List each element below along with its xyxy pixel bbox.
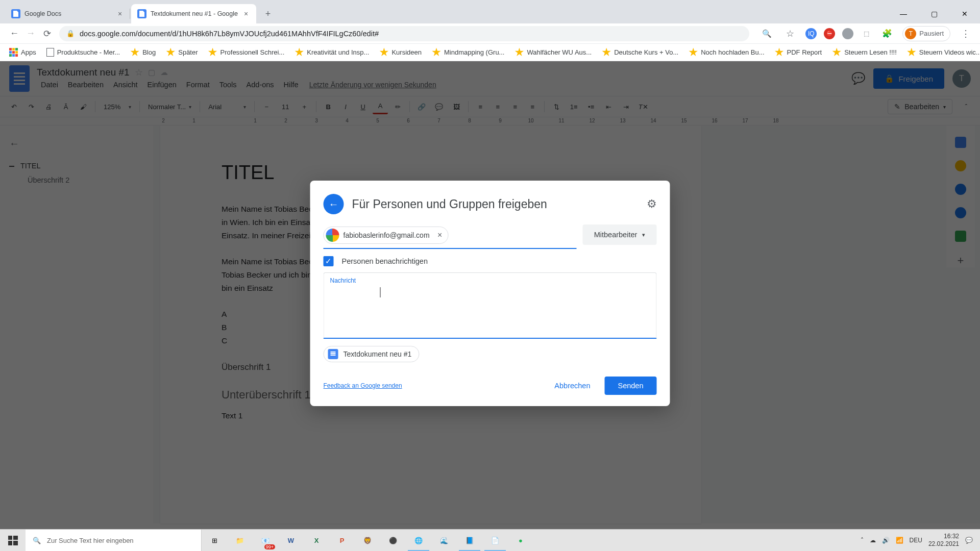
notify-label: Personen benachrichtigen	[342, 257, 428, 265]
chrome-menu-icon[interactable]: ⋮	[958, 26, 974, 42]
word-icon[interactable]: W	[278, 530, 304, 551]
close-window-button[interactable]: ✕	[949, 4, 980, 23]
folder-icon	[295, 48, 304, 57]
folder-icon	[514, 48, 524, 57]
profile-avatar: T	[905, 28, 916, 39]
back-button[interactable]: ←	[324, 194, 344, 214]
obs-icon[interactable]: ⚫	[380, 530, 406, 551]
browser-tab-0[interactable]: Google Docs ×	[5, 4, 130, 23]
apps-shortcut[interactable]: Apps	[5, 46, 40, 59]
folder-icon	[432, 48, 441, 57]
profile-label: Pausiert	[919, 30, 944, 37]
folder-icon	[166, 48, 175, 57]
folder-icon	[379, 48, 388, 57]
browser-tab-1[interactable]: Textdokument neu #1 - Google ×	[131, 4, 256, 23]
settings-gear-icon[interactable]: ⚙	[647, 197, 657, 211]
maximize-button[interactable]: ▢	[919, 4, 949, 23]
volume-icon[interactable]: 🔊	[882, 537, 890, 544]
message-label: Nachricht	[330, 277, 650, 284]
search-icon: 🔍	[33, 537, 41, 544]
folder-icon	[208, 48, 217, 57]
feedback-link[interactable]: Feedback an Google senden	[324, 382, 402, 389]
spotify-icon[interactable]: ●	[508, 530, 533, 551]
page-icon	[46, 48, 54, 57]
start-button[interactable]	[0, 530, 26, 551]
forward-button[interactable]: →	[22, 26, 39, 42]
permission-role-select[interactable]: Mitbearbeiter	[583, 224, 657, 245]
brave-icon[interactable]: 🦁	[355, 530, 380, 551]
mail-icon[interactable]: 📧99+	[253, 530, 278, 551]
folder-icon	[907, 48, 916, 57]
message-textarea[interactable]	[330, 284, 650, 333]
send-button[interactable]: Senden	[605, 377, 657, 395]
tray-chevron-icon[interactable]: ˄	[861, 537, 864, 544]
extension-icon[interactable]: IQ	[805, 28, 817, 39]
message-field[interactable]: Nachricht	[324, 272, 657, 339]
close-tab-icon[interactable]: ×	[116, 10, 124, 18]
notify-checkbox[interactable]: ✓	[324, 256, 334, 266]
cloud-icon[interactable]: ☁	[870, 537, 876, 544]
attachment-name: Textdokument neu #1	[344, 350, 412, 358]
browser-tab-strip: Google Docs × Textdokument neu #1 - Goog…	[0, 0, 980, 23]
recipient-email: fabiobaslerinfo@gmail.com	[344, 231, 430, 239]
extensions-menu-icon[interactable]: 🧩	[879, 26, 895, 42]
bookmark-item[interactable]: Produktsuche - Mer...	[42, 46, 125, 59]
close-tab-icon[interactable]: ×	[242, 10, 250, 18]
language-indicator[interactable]: DEU	[910, 537, 922, 544]
bookmark-item[interactable]: Professionell Schrei...	[204, 46, 289, 59]
cancel-button[interactable]: Abbrechen	[546, 377, 598, 395]
tab-title: Textdokument neu #1 - Google	[151, 10, 238, 17]
tab-title: Google Docs	[24, 10, 61, 17]
bookmarks-bar: Apps Produktsuche - Mer... Blog Später P…	[0, 44, 980, 61]
zoom-icon[interactable]: 🔍	[758, 26, 775, 42]
extension-icon[interactable]: ⬚	[861, 28, 872, 39]
edge-icon[interactable]: 🌊	[431, 530, 457, 551]
share-dialog: ← Für Personen und Gruppen freigeben ⚙ f…	[310, 181, 670, 406]
folder-icon	[689, 48, 698, 57]
folder-icon	[602, 48, 611, 57]
docs-file-icon	[328, 349, 338, 359]
app-icon[interactable]: 📘	[457, 530, 482, 551]
reload-button[interactable]: ⟳	[39, 26, 55, 42]
taskbar-search[interactable]: 🔍 Zur Suche Text hier eingeben	[26, 530, 202, 551]
remove-recipient-icon[interactable]: ×	[434, 229, 446, 241]
url-input[interactable]: 🔒 docs.google.com/document/d/1hUH8k6h7Lb…	[59, 26, 749, 41]
bookmark-item[interactable]: Noch hochladen Bu...	[684, 46, 768, 59]
bookmark-item[interactable]: Steuern Videos wic...	[903, 46, 980, 59]
system-tray: ˄ ☁ 🔊 📶 DEU 16:32 22.02.2021 💬	[853, 533, 980, 548]
back-button[interactable]: ←	[6, 26, 22, 42]
new-tab-button[interactable]: +	[260, 6, 276, 21]
bookmark-item[interactable]: PDF Report	[771, 46, 826, 59]
clock[interactable]: 16:32 22.02.2021	[928, 533, 959, 548]
notepad-icon[interactable]: 📄	[482, 530, 508, 551]
bookmark-item[interactable]: Kreativität und Insp...	[290, 46, 373, 59]
folder-icon	[832, 48, 841, 57]
excel-icon[interactable]: X	[304, 530, 329, 551]
bookmark-item[interactable]: Wahlfächer WU Aus...	[510, 46, 596, 59]
bookmark-item[interactable]: Mindmapping (Gru...	[428, 46, 509, 59]
profile-chip[interactable]: T Pausiert	[902, 26, 950, 41]
bookmark-item[interactable]: Später	[162, 46, 202, 59]
task-view-icon[interactable]: ⊞	[202, 530, 227, 551]
extension-icon[interactable]	[842, 28, 853, 39]
bookmark-item[interactable]: Kursideen	[375, 46, 426, 59]
text-cursor-icon	[380, 287, 381, 297]
windows-taskbar: 🔍 Zur Suche Text hier eingeben ⊞ 📁 📧99+ …	[0, 529, 980, 551]
bookmark-star-icon[interactable]: ☆	[782, 26, 798, 42]
bookmark-item[interactable]: Steuern Lesen !!!!	[828, 46, 901, 59]
docs-favicon-icon	[11, 9, 20, 18]
notifications-icon[interactable]: 💬	[965, 537, 973, 544]
minimize-button[interactable]: —	[888, 4, 919, 23]
wifi-icon[interactable]: 📶	[896, 537, 903, 544]
search-placeholder: Zur Suche Text hier eingeben	[47, 537, 134, 544]
chrome-icon[interactable]: 🌐	[406, 530, 431, 551]
browser-url-bar: ← → ⟳ 🔒 docs.google.com/document/d/1hUH8…	[0, 23, 980, 44]
bookmark-item[interactable]: Deutsche Kurs + Vo...	[598, 46, 682, 59]
folder-icon	[130, 48, 139, 57]
docs-favicon-icon	[137, 9, 146, 18]
extension-icon[interactable]: ⛔	[824, 28, 835, 39]
bookmark-item[interactable]: Blog	[126, 46, 160, 59]
powerpoint-icon[interactable]: P	[329, 530, 355, 551]
explorer-icon[interactable]: 📁	[227, 530, 253, 551]
recipients-input[interactable]: fabiobaslerinfo@gmail.com ×	[324, 223, 577, 249]
